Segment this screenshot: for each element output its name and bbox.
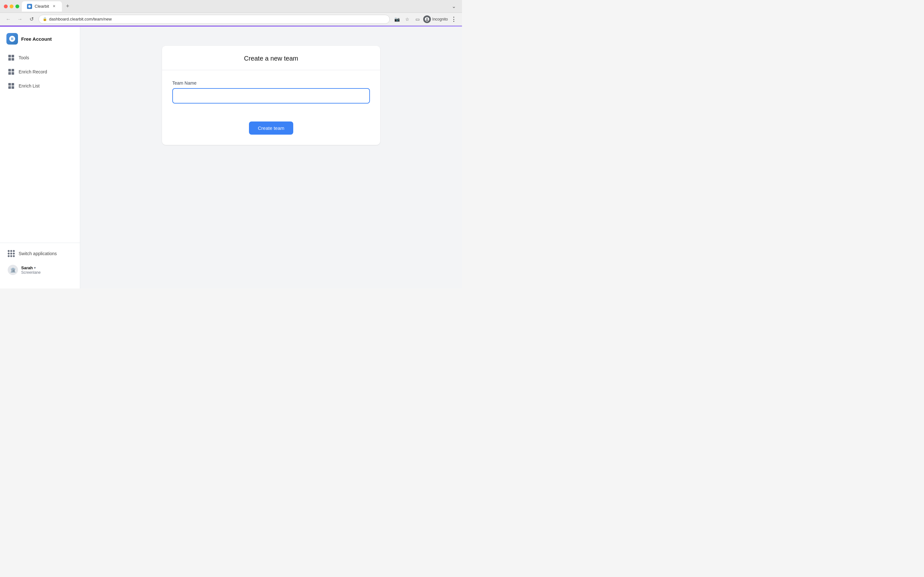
- sidebar-item-tools[interactable]: Tools: [4, 51, 76, 64]
- chevron-icon: ▾: [34, 266, 36, 269]
- tab-favicon: [27, 4, 32, 9]
- tab-bar: Clearbit ✕ +: [22, 1, 447, 11]
- bookmark-icon[interactable]: ☆: [403, 15, 412, 24]
- tools-label: Tools: [19, 55, 29, 60]
- enrich-record-icon: [8, 68, 15, 75]
- toolbar-actions: 📷 ☆ ▭ Incognito ⋮: [393, 15, 458, 24]
- card-header: Create a new team: [162, 46, 380, 70]
- lock-icon: 🔒: [43, 17, 47, 21]
- refresh-btn[interactable]: ↺: [27, 15, 36, 24]
- enrich-list-label: Enrich List: [19, 83, 39, 89]
- user-profile-btn[interactable]: 🏛️ Sarah ▾ Screenlane: [4, 261, 76, 278]
- create-team-button[interactable]: Create team: [249, 121, 294, 135]
- active-tab[interactable]: Clearbit ✕: [22, 1, 62, 11]
- new-tab-btn[interactable]: +: [63, 2, 72, 11]
- team-name-label: Team Name: [172, 81, 370, 85]
- create-team-card: Create a new team Team Name Create team: [162, 46, 380, 145]
- card-body: Team Name: [162, 70, 380, 121]
- team-name-group: Team Name: [172, 81, 370, 103]
- browser-chrome: Clearbit ✕ + ⌄ ← → ↺ 🔒 dashboard.clearbi…: [0, 0, 462, 27]
- card-title: Create a new team: [172, 55, 370, 62]
- account-name: Free Account: [21, 36, 52, 42]
- tab-close-btn[interactable]: ✕: [52, 4, 57, 9]
- browser-toolbar: ← → ↺ 🔒 dashboard.clearbit.com/team/new …: [0, 13, 462, 26]
- main-content: Create a new team Team Name Create team: [80, 27, 462, 288]
- url-text: dashboard.clearbit.com/team/new: [49, 17, 111, 21]
- minimize-window-btn[interactable]: [10, 5, 13, 8]
- enrich-record-label: Enrich Record: [19, 69, 47, 74]
- sidebar: Free Account Tools Enrich Record: [0, 27, 80, 288]
- switch-apps-icon: [8, 250, 15, 257]
- more-options-btn[interactable]: ⋮: [449, 15, 458, 24]
- svg-point-0: [28, 5, 31, 8]
- chevron-down-icon[interactable]: ⌄: [449, 2, 458, 11]
- clearbit-logo-icon: [6, 33, 18, 45]
- camera-icon[interactable]: 📷: [393, 15, 401, 24]
- sidebar-item-enrich-record[interactable]: Enrich Record: [4, 65, 76, 79]
- sidebar-item-enrich-list[interactable]: Enrich List: [4, 79, 76, 93]
- user-avatar: 🏛️: [8, 265, 18, 275]
- forward-btn[interactable]: →: [15, 15, 24, 24]
- address-bar[interactable]: 🔒 dashboard.clearbit.com/team/new: [39, 15, 390, 24]
- traffic-lights: [4, 5, 19, 8]
- user-name: Sarah ▾: [21, 266, 72, 270]
- tools-icon: [8, 54, 15, 61]
- card-footer: Create team: [162, 121, 380, 145]
- back-btn[interactable]: ←: [4, 15, 13, 24]
- app-layout: Free Account Tools Enrich Record: [0, 27, 462, 288]
- incognito-avatar: [423, 15, 431, 23]
- switch-apps-label: Switch applications: [19, 251, 57, 256]
- user-info: Sarah ▾ Screenlane: [21, 266, 72, 275]
- maximize-window-btn[interactable]: [15, 5, 19, 8]
- enrich-list-icon: [8, 82, 15, 89]
- tab-title: Clearbit: [35, 4, 49, 9]
- sidebar-logo: Free Account: [0, 33, 80, 51]
- sidebar-nav: Tools Enrich Record Enrich List: [0, 51, 80, 243]
- team-name-input[interactable]: [172, 88, 370, 103]
- user-org: Screenlane: [21, 270, 72, 275]
- sidebar-bottom: Switch applications 🏛️ Sarah ▾ Screenlan…: [0, 243, 80, 282]
- close-window-btn[interactable]: [4, 5, 8, 8]
- incognito-label: Incognito: [432, 17, 448, 21]
- switch-applications-btn[interactable]: Switch applications: [4, 247, 76, 260]
- sidebar-toggle-icon[interactable]: ▭: [413, 15, 422, 24]
- incognito-badge: Incognito: [423, 15, 448, 23]
